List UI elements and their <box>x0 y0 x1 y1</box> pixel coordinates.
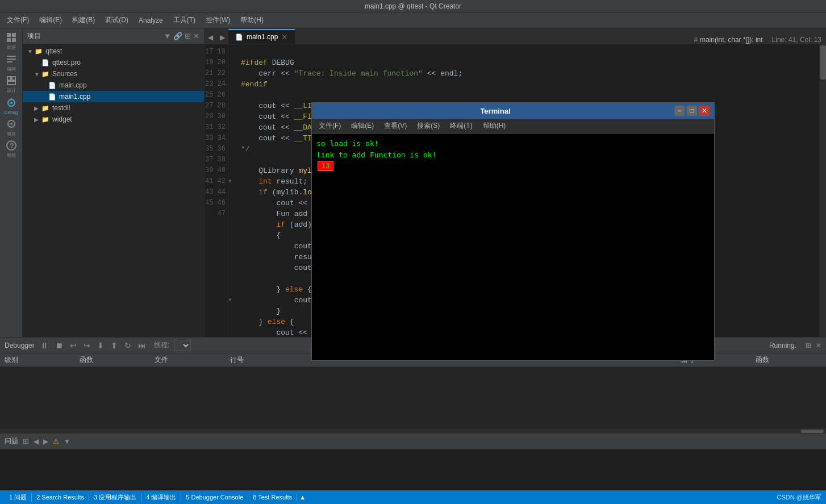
project-tree: ▼ 📁 qttest 📄 qttest.pro ▼ 📁 Sources <box>23 44 204 360</box>
menu-item-analyze[interactable]: Analyze <box>134 15 168 26</box>
terminal-output-1: so load is ok! <box>316 138 710 149</box>
folder-icon-qttest: 📁 <box>34 47 43 56</box>
tree-label-widget: widget <box>52 115 72 123</box>
terminal-minimize-btn[interactable]: − <box>674 106 685 116</box>
status-item-5[interactable]: 5 Debugger Console <box>181 494 248 501</box>
tree-arrow-qttest: ▼ <box>27 48 34 55</box>
editor-area: ◀ ▶ 📄 main1.cpp ✕ # main(int, char *[]):… <box>205 28 826 490</box>
debugger-collapse[interactable]: ✕ <box>816 341 821 349</box>
status-item-3[interactable]: 3 应用程序输出 <box>89 493 141 502</box>
menu-item-e[interactable]: 编辑(E) <box>35 14 66 27</box>
terminal-title-bar[interactable]: Terminal − □ ✕ <box>312 103 714 119</box>
tree-item-qttest[interactable]: ▼ 📁 qttest <box>23 45 204 57</box>
tab-close-main1[interactable]: ✕ <box>281 32 288 41</box>
terminal-menu-edit[interactable]: 编辑(E) <box>347 120 378 132</box>
svg-rect-4 <box>7 56 16 57</box>
debugger-close[interactable]: ⊞ <box>806 341 811 349</box>
hscroll-thumb[interactable] <box>801 430 824 433</box>
status-arrow[interactable]: ▲ <box>297 494 308 501</box>
sidebar-icon-help[interactable]: ? 帮助 <box>1 139 22 159</box>
tree-item-testdll[interactable]: ▶ 📁 testdll <box>23 102 204 114</box>
tree-arrow-sources: ▼ <box>34 71 41 77</box>
debugger-table: 级别 函数 文件 行号 编号 函数 <box>205 353 826 428</box>
status-right-text: CSDN @姚华军 <box>777 493 821 502</box>
menu-item-b[interactable]: 构建(B) <box>68 14 99 27</box>
tab-nav-left[interactable]: ◀ <box>205 31 216 44</box>
tree-item-widget[interactable]: ▶ 📁 widget <box>23 114 204 125</box>
terminal-menu-view[interactable]: 查看(V) <box>379 120 411 132</box>
tree-label-testdll: testdll <box>52 104 70 112</box>
menu-item-t[interactable]: 工具(T) <box>169 14 200 27</box>
svg-point-11 <box>10 102 12 104</box>
svg-rect-7 <box>7 77 11 80</box>
tree-item-main1-cpp[interactable]: 📄 main1.cpp <box>23 91 204 102</box>
scrollbar-thumb[interactable] <box>820 45 826 80</box>
line-col-indicator: Line: 41, Col: 13 <box>767 36 826 44</box>
tree-label-qttest: qttest <box>45 47 62 55</box>
terminal-content[interactable]: so load is ok! link to add Function is o… <box>312 134 714 360</box>
sidebar-icon-help-label: 帮助 <box>7 152 16 159</box>
project-label: 项目 <box>27 31 41 41</box>
tab-icon: 📄 <box>235 34 243 41</box>
status-item-2[interactable]: 2 Search Results <box>32 494 89 501</box>
status-item-1[interactable]: 1 问题 <box>5 493 32 502</box>
editor-tabs-bar: ◀ ▶ 📄 main1.cpp ✕ # main(int, char *[]):… <box>205 28 826 44</box>
link-icon[interactable]: 🔗 <box>173 32 182 40</box>
editor-tab-main1[interactable]: 📄 main1.cpp ✕ <box>228 29 295 44</box>
svg-rect-1 <box>12 33 16 37</box>
tree-label-qttest-pro: qttest.pro <box>52 59 81 66</box>
title-bar: main1.cpp @ qttest - Qt Creator <box>0 0 826 13</box>
svg-rect-6 <box>7 61 12 63</box>
menu-item-h[interactable]: 帮助(H) <box>236 14 268 27</box>
svg-point-14 <box>10 123 12 125</box>
terminal-title: Terminal <box>316 107 674 115</box>
tab-label: main1.cpp <box>247 33 278 41</box>
tree-label-main-cpp: main.cpp <box>59 81 87 89</box>
menu-item-d[interactable]: 调试(D) <box>101 14 133 27</box>
breadcrumb-hash: # <box>694 36 698 44</box>
terminal-output-2: link to add Function is ok! <box>316 149 710 161</box>
filter-icon[interactable]: ▼ <box>164 32 171 40</box>
folder-icon-widget: 📁 <box>41 115 50 124</box>
terminal-cursor: 13 <box>318 161 333 171</box>
debugger-hscroll[interactable] <box>205 428 826 433</box>
close-panel-icon[interactable]: ✕ <box>193 32 199 40</box>
issues-header: 问题 ⊞ ◀ ▶ ⚠ ▼ <box>205 434 826 449</box>
terminal-menu: 文件(F) 编辑(E) 查看(V) 搜索(S) 终端(T) 帮助(H) <box>312 119 714 134</box>
svg-rect-0 <box>7 33 11 37</box>
terminal-close-btn[interactable]: ✕ <box>699 106 710 116</box>
svg-rect-8 <box>12 77 15 80</box>
status-item-4[interactable]: 4 编译输出 <box>141 493 181 502</box>
sidebar-icon-welcome[interactable]: 欢迎 <box>1 31 22 51</box>
col-file: 文件 <box>205 353 226 367</box>
debugger-status: Running. <box>769 341 796 349</box>
sidebar-icon-project[interactable]: 项目 <box>1 117 22 138</box>
terminal-menu-search[interactable]: 搜索(S) <box>412 120 444 132</box>
svg-rect-5 <box>7 59 16 60</box>
terminal-menu-help[interactable]: 帮助(H) <box>478 120 511 132</box>
tree-item-qttest-pro[interactable]: 📄 qttest.pro <box>23 57 204 68</box>
terminal-maximize-btn[interactable]: □ <box>687 106 697 116</box>
sidebar-icon-design-label: 设计 <box>7 88 16 94</box>
menu-item-w[interactable]: 控件(W) <box>201 14 235 27</box>
terminal-cursor-line: 13 <box>316 161 710 171</box>
breadcrumb-function: main(int, char *[]): int <box>700 36 763 44</box>
tree-item-sources[interactable]: ▼ 📁 Sources <box>23 68 204 80</box>
editor-breadcrumb: # main(int, char *[]): int <box>689 36 767 44</box>
sidebar-icon-design[interactable]: 设计 <box>1 74 22 94</box>
folder-icon-testdll: 📁 <box>41 103 50 113</box>
terminal-menu-terminal[interactable]: 终端(T) <box>445 120 477 132</box>
sidebar-icon-debug[interactable]: Debug <box>1 95 22 116</box>
menu-item-f[interactable]: 文件(F) <box>2 14 34 27</box>
tab-nav-right[interactable]: ▶ <box>216 31 228 44</box>
tree-item-main-cpp[interactable]: 📄 main.cpp <box>23 80 204 91</box>
sync-icon[interactable]: ⊞ <box>185 32 191 40</box>
project-panel-header: 项目 ▼ 🔗 ⊞ ✕ <box>23 28 204 44</box>
sidebar-icon-project-label: 项目 <box>7 131 16 137</box>
terminal-menu-file[interactable]: 文件(F) <box>314 120 345 132</box>
tree-label-sources: Sources <box>52 70 77 78</box>
svg-rect-3 <box>12 38 16 42</box>
sidebar-icon-edit[interactable]: 编辑 <box>1 52 22 73</box>
col-func3: 函数 <box>751 353 826 367</box>
status-item-8[interactable]: 8 Test Results <box>248 494 297 501</box>
